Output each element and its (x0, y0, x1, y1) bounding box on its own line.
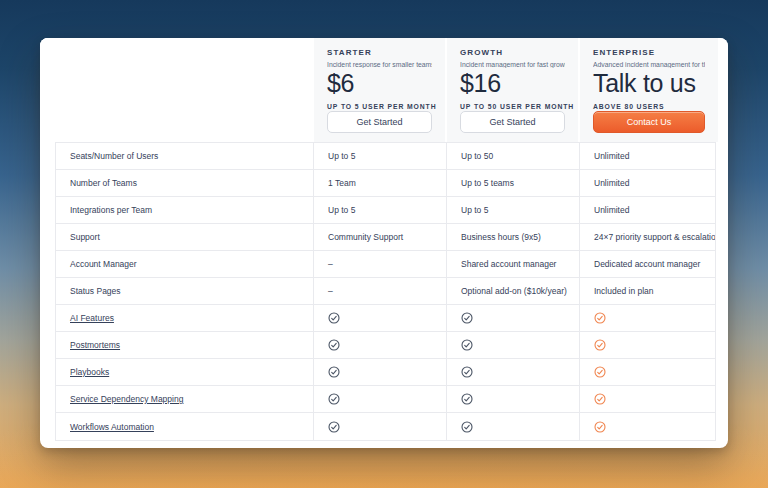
check-icon (461, 366, 473, 378)
cell-check (446, 413, 579, 440)
cell-check (313, 332, 446, 358)
row-label: Status Pages (70, 286, 121, 296)
cell-check (446, 359, 579, 385)
check-icon (594, 393, 606, 405)
plan-column-growth: GROWTH Incident management for fast grow… (447, 38, 578, 142)
table-row: Playbooks (56, 359, 715, 386)
table-row: Postmortems (56, 332, 715, 359)
feature-link[interactable]: Workflows Automation (70, 422, 154, 432)
table-row: Integrations per TeamUp to 5Up to 5Unlim… (56, 197, 715, 224)
plan-column-enterprise: ENTERPRISE Advanced incident management … (580, 38, 718, 142)
row-label-cell: Postmortems (56, 332, 313, 358)
table-row: Status Pages–Optional add-on ($10k/year)… (56, 278, 715, 305)
plan-name: GROWTH (460, 48, 565, 57)
check-icon (461, 312, 473, 324)
cell-value: Business hours (9x5) (446, 224, 579, 250)
cell-check (446, 386, 579, 412)
cell-value: Optional add-on ($10k/year) (446, 278, 579, 304)
row-label-cell: Playbooks (56, 359, 313, 385)
header-empty-cell (40, 38, 312, 142)
cell-check (446, 332, 579, 358)
cell-value: Dedicated account manager (579, 251, 715, 277)
cell-check (313, 305, 446, 331)
plan-name: STARTER (327, 48, 432, 57)
plan-column-starter: STARTER Incident response for smaller te… (314, 38, 445, 142)
check-icon (328, 393, 340, 405)
check-icon (594, 339, 606, 351)
feature-link[interactable]: Service Dependency Mapping (70, 394, 183, 404)
table-row: AI Features (56, 305, 715, 332)
plan-name: ENTERPRISE (593, 48, 705, 57)
row-label: Number of Teams (70, 178, 137, 188)
plans-header: STARTER Incident response for smaller te… (40, 38, 728, 142)
row-label-cell: Service Dependency Mapping (56, 386, 313, 412)
plan-subtext: ABOVE 80 USERS (593, 103, 705, 110)
cell-check (579, 332, 715, 358)
check-icon (594, 421, 606, 433)
check-icon (594, 312, 606, 324)
cell-value: 24×7 priority support & escalation (579, 224, 715, 250)
feature-link[interactable]: Playbooks (70, 367, 109, 377)
plan-description: Incident response for smaller teams (327, 61, 432, 68)
check-icon (594, 366, 606, 378)
feature-link[interactable]: AI Features (70, 313, 114, 323)
cell-value: Up to 5 (313, 143, 446, 169)
check-icon (328, 366, 340, 378)
row-label-cell: Status Pages (56, 278, 313, 304)
cell-value: Unlimited (579, 143, 715, 169)
row-label: Seats/Number of Users (70, 151, 158, 161)
row-label-cell: Workflows Automation (56, 413, 313, 440)
row-label-cell: Integrations per Team (56, 197, 313, 223)
check-icon (328, 312, 340, 324)
cell-value: Community Support (313, 224, 446, 250)
table-row: Account Manager–Shared account managerDe… (56, 251, 715, 278)
cell-value: Shared account manager (446, 251, 579, 277)
pricing-card: STARTER Incident response for smaller te… (40, 38, 728, 448)
check-icon (328, 421, 340, 433)
row-label: Account Manager (70, 259, 137, 269)
plan-description: Incident management for fast growing tea… (460, 61, 565, 68)
cell-value: Unlimited (579, 197, 715, 223)
comparison-table-body: Seats/Number of UsersUp to 5Up to 50Unli… (55, 142, 716, 441)
cell-value: Up to 50 (446, 143, 579, 169)
row-label-cell: Number of Teams (56, 170, 313, 196)
cell-value: Up to 5 (313, 197, 446, 223)
row-label-cell: Seats/Number of Users (56, 143, 313, 169)
plan-subtext: UP TO 50 USER PER MONTH (460, 103, 565, 110)
cell-check (313, 359, 446, 385)
cell-value: 1 Team (313, 170, 446, 196)
table-row: Service Dependency Mapping (56, 386, 715, 413)
cell-value: – (313, 278, 446, 304)
get-started-button-starter[interactable]: Get Started (327, 111, 432, 133)
plan-price: Talk to us (593, 69, 705, 98)
cell-check (579, 386, 715, 412)
contact-us-button[interactable]: Contact Us (593, 111, 705, 133)
cell-check (579, 359, 715, 385)
cell-value: Up to 5 (446, 197, 579, 223)
cell-value: Up to 5 teams (446, 170, 579, 196)
plan-price: $6 (327, 69, 432, 98)
row-label-cell: Support (56, 224, 313, 250)
row-label-cell: AI Features (56, 305, 313, 331)
row-label-cell: Account Manager (56, 251, 313, 277)
row-label: Support (70, 232, 100, 242)
cell-check (313, 386, 446, 412)
cell-check (313, 413, 446, 440)
feature-link[interactable]: Postmortems (70, 340, 120, 350)
plan-description: Advanced incident management for the ent… (593, 61, 705, 68)
plan-price: $16 (460, 69, 565, 98)
get-started-button-growth[interactable]: Get Started (460, 111, 565, 133)
table-row: Number of Teams1 TeamUp to 5 teamsUnlimi… (56, 170, 715, 197)
plan-subtext: UP TO 5 USER PER MONTH (327, 103, 432, 110)
cell-value: Included in plan (579, 278, 715, 304)
check-icon (328, 339, 340, 351)
check-icon (461, 421, 473, 433)
cell-check (579, 413, 715, 440)
table-row: SupportCommunity SupportBusiness hours (… (56, 224, 715, 251)
row-label: Integrations per Team (70, 205, 152, 215)
check-icon (461, 393, 473, 405)
table-row: Workflows Automation (56, 413, 715, 440)
cell-check (446, 305, 579, 331)
check-icon (461, 339, 473, 351)
cell-check (579, 305, 715, 331)
